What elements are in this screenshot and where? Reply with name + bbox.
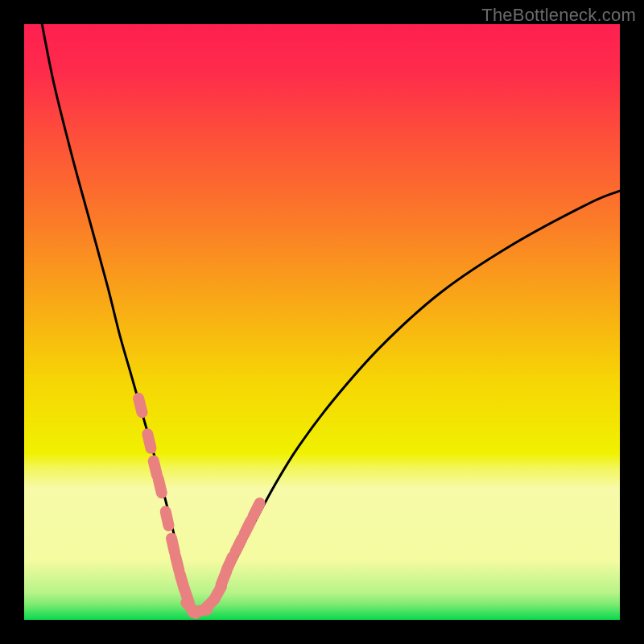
marker-capsule xyxy=(244,521,250,534)
chart-frame: TheBottleneck.com xyxy=(0,0,644,644)
plot-area xyxy=(24,24,620,620)
marker-capsule xyxy=(166,511,169,526)
marker-capsule xyxy=(175,556,179,570)
marker-capsule xyxy=(159,479,162,493)
marker-capsule xyxy=(227,557,233,570)
marker-capsule xyxy=(154,461,157,476)
marker-group xyxy=(138,398,260,613)
watermark-text: TheBottleneck.com xyxy=(481,5,636,26)
marker-capsule xyxy=(138,398,142,412)
bottleneck-curve xyxy=(42,24,620,613)
marker-capsule xyxy=(254,503,260,516)
marker-capsule xyxy=(147,434,151,448)
marker-capsule xyxy=(235,539,242,551)
marker-capsule xyxy=(171,539,175,553)
curve-layer xyxy=(24,24,620,620)
